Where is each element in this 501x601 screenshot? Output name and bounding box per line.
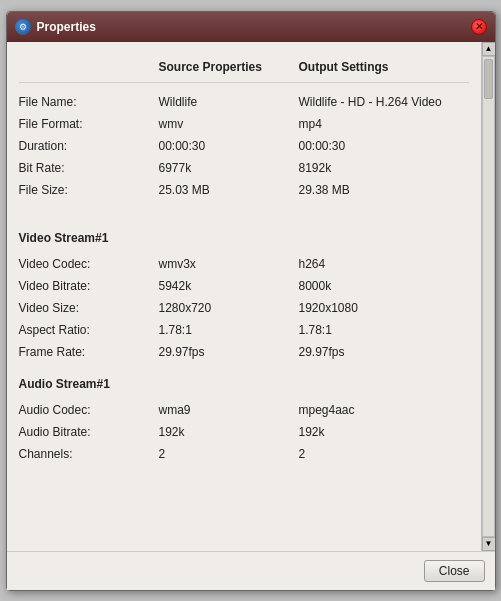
scrollbar: ▲ ▼ — [481, 42, 495, 551]
table-row: Video Size: 1280x720 1920x1080 — [19, 297, 469, 319]
table-row: File Size: 25.03 MB 29.38 MB — [19, 179, 469, 201]
title-bar: ⚙ Properties ✕ — [7, 12, 495, 42]
table-row: Duration: 00:00:30 00:00:30 — [19, 135, 469, 157]
video-codec-label: Video Codec: — [19, 257, 159, 271]
properties-window: ⚙ Properties ✕ Source Properties Output … — [6, 11, 496, 591]
file-name-output: Wildlife - HD - H.264 Video — [299, 95, 469, 109]
channels-source: 2 — [159, 447, 299, 461]
video-stream-header: Video Stream#1 — [19, 225, 469, 249]
file-format-source: wmv — [159, 117, 299, 131]
video-size-label: Video Size: — [19, 301, 159, 315]
table-row: Audio Codec: wma9 mpeg4aac — [19, 399, 469, 421]
divider — [19, 205, 469, 221]
duration-label: Duration: — [19, 139, 159, 153]
video-bitrate-output: 8000k — [299, 279, 469, 293]
file-name-label: File Name: — [19, 95, 159, 109]
table-row: Video Bitrate: 5942k 8000k — [19, 275, 469, 297]
duration-output: 00:00:30 — [299, 139, 469, 153]
table-row: Aspect Ratio: 1.78:1 1.78:1 — [19, 319, 469, 341]
audio-bitrate-label: Audio Bitrate: — [19, 425, 159, 439]
header-source: Source Properties — [159, 60, 299, 74]
audio-codec-output: mpeg4aac — [299, 403, 469, 417]
frame-rate-label: Frame Rate: — [19, 345, 159, 359]
audio-codec-label: Audio Codec: — [19, 403, 159, 417]
video-size-output: 1920x1080 — [299, 301, 469, 315]
file-name-source: Wildlife — [159, 95, 299, 109]
audio-bitrate-source: 192k — [159, 425, 299, 439]
table-row: File Format: wmv mp4 — [19, 113, 469, 135]
audio-section-header-row: Audio Stream#1 — [19, 367, 469, 399]
aspect-ratio-source: 1.78:1 — [159, 323, 299, 337]
video-size-source: 1280x720 — [159, 301, 299, 315]
table-row: Video Codec: wmv3x h264 — [19, 253, 469, 275]
audio-codec-source: wma9 — [159, 403, 299, 417]
content-area: Source Properties Output Settings File N… — [7, 42, 495, 551]
scroll-content[interactable]: Source Properties Output Settings File N… — [7, 42, 481, 551]
video-section: Video Stream#1 Video Codec: wmv3x h264 V… — [19, 221, 469, 363]
video-bitrate-label: Video Bitrate: — [19, 279, 159, 293]
close-button[interactable]: Close — [424, 560, 485, 582]
column-headers: Source Properties Output Settings — [19, 52, 469, 83]
window-title: Properties — [37, 20, 96, 34]
table-row: Frame Rate: 29.97fps 29.97fps — [19, 341, 469, 363]
file-section: File Name: Wildlife Wildlife - HD - H.26… — [19, 91, 469, 201]
title-close-button[interactable]: ✕ — [471, 19, 487, 35]
header-output: Output Settings — [299, 60, 469, 74]
bitrate-label: Bit Rate: — [19, 161, 159, 175]
file-format-label: File Format: — [19, 117, 159, 131]
video-bitrate-source: 5942k — [159, 279, 299, 293]
scroll-track[interactable] — [482, 56, 495, 537]
scroll-thumb[interactable] — [484, 59, 493, 99]
video-section-header-row: Video Stream#1 — [19, 221, 469, 253]
table-row: Bit Rate: 6977k 8192k — [19, 157, 469, 179]
filesize-output: 29.38 MB — [299, 183, 469, 197]
audio-bitrate-output: 192k — [299, 425, 469, 439]
duration-source: 00:00:30 — [159, 139, 299, 153]
frame-rate-output: 29.97fps — [299, 345, 469, 359]
header-col1 — [19, 60, 159, 74]
aspect-ratio-label: Aspect Ratio: — [19, 323, 159, 337]
video-codec-source: wmv3x — [159, 257, 299, 271]
table-row: Channels: 2 2 — [19, 443, 469, 465]
frame-rate-source: 29.97fps — [159, 345, 299, 359]
bitrate-output: 8192k — [299, 161, 469, 175]
filesize-source: 25.03 MB — [159, 183, 299, 197]
table-row: Audio Bitrate: 192k 192k — [19, 421, 469, 443]
table-row: File Name: Wildlife Wildlife - HD - H.26… — [19, 91, 469, 113]
channels-output: 2 — [299, 447, 469, 461]
channels-label: Channels: — [19, 447, 159, 461]
video-codec-output: h264 — [299, 257, 469, 271]
window-icon: ⚙ — [15, 19, 31, 35]
filesize-label: File Size: — [19, 183, 159, 197]
aspect-ratio-output: 1.78:1 — [299, 323, 469, 337]
scroll-up-button[interactable]: ▲ — [482, 42, 495, 56]
scroll-down-button[interactable]: ▼ — [482, 537, 495, 551]
bitrate-source: 6977k — [159, 161, 299, 175]
audio-stream-header: Audio Stream#1 — [19, 371, 469, 395]
audio-section: Audio Stream#1 Audio Codec: wma9 mpeg4aa… — [19, 367, 469, 465]
footer: Close — [7, 551, 495, 590]
file-format-output: mp4 — [299, 117, 469, 131]
title-bar-left: ⚙ Properties — [15, 19, 96, 35]
